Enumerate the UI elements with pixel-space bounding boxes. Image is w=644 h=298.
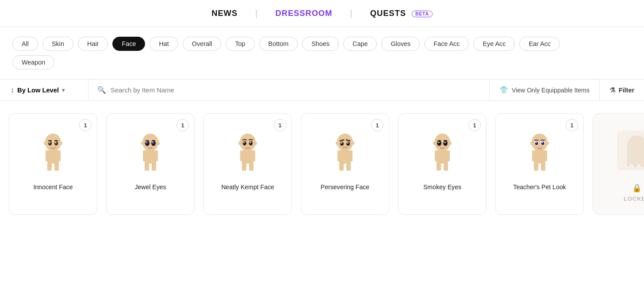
svg-rect-73 (532, 150, 537, 161)
svg-marker-90 (627, 161, 644, 168)
svg-point-8 (49, 141, 50, 144)
svg-point-28 (141, 141, 144, 145)
svg-point-47 (337, 134, 353, 151)
nav-quests[interactable]: QUESTS BETA (353, 8, 450, 18)
svg-point-12 (44, 141, 46, 145)
svg-point-25 (152, 141, 153, 142)
cat-shoes[interactable]: Shoes (302, 37, 339, 51)
cat-hair[interactable]: Hair (78, 37, 108, 51)
sort-label: By Low Level (17, 87, 59, 94)
svg-rect-75 (534, 163, 538, 171)
svg-rect-85 (540, 140, 545, 141)
svg-rect-60 (444, 163, 448, 171)
filter-label: Filter (619, 87, 634, 94)
cat-overall[interactable]: Overall (183, 37, 222, 51)
item-image (321, 122, 369, 179)
svg-rect-31 (240, 150, 245, 161)
svg-point-82 (536, 142, 537, 143)
svg-rect-57 (435, 150, 439, 161)
svg-point-70 (433, 141, 436, 145)
cat-gloves[interactable]: Gloves (381, 37, 420, 51)
items-grid: 1 (0, 101, 644, 227)
svg-point-86 (530, 141, 533, 145)
svg-rect-33 (242, 163, 246, 171)
beta-badge: BETA (412, 11, 433, 17)
cat-all[interactable]: All (12, 37, 38, 51)
search-wrap: 🔍 (88, 80, 490, 100)
item-card-teachers-pet-look[interactable]: 1 Teacher' (495, 113, 584, 215)
filter-button[interactable]: ⚗ Filter (600, 80, 644, 100)
nav-news[interactable]: NEWS (194, 8, 255, 18)
svg-rect-45 (339, 163, 344, 171)
sort-icon: ↕ (11, 86, 14, 94)
svg-point-83 (542, 142, 543, 143)
item-card-jewel-eyes[interactable]: 1 Jewel Eyes (106, 113, 195, 215)
item-name: Smokey Eyes (423, 183, 461, 191)
svg-rect-16 (153, 150, 158, 161)
cat-skin[interactable]: Skin (42, 37, 73, 51)
svg-point-54 (336, 141, 338, 145)
cat-face-acc[interactable]: Face Acc (424, 37, 469, 51)
item-name: Persevering Face (321, 183, 369, 191)
svg-point-24 (146, 141, 147, 142)
nav-dressroom[interactable]: DRESSROOM (257, 8, 350, 18)
level-badge: 1 (176, 119, 189, 131)
level-badge: 1 (79, 119, 92, 131)
svg-rect-4 (54, 163, 59, 171)
svg-point-65 (444, 141, 448, 146)
cat-hat[interactable]: Hat (150, 37, 178, 51)
cat-weapon[interactable]: Weapon (12, 55, 54, 69)
cat-bottom[interactable]: Bottom (259, 37, 298, 51)
svg-rect-1 (46, 150, 50, 161)
svg-rect-10 (48, 140, 52, 141)
item-card-innocent-face[interactable]: 1 (9, 113, 97, 215)
svg-point-51 (347, 142, 349, 144)
svg-rect-15 (143, 150, 147, 161)
cat-ear-acc[interactable]: Ear Acc (519, 37, 560, 51)
svg-rect-76 (541, 163, 545, 171)
svg-point-19 (142, 134, 158, 151)
cat-cape[interactable]: Cape (343, 37, 377, 51)
svg-point-13 (60, 141, 62, 145)
item-card-persevering-face[interactable]: 1 Persever (301, 113, 389, 215)
svg-rect-46 (346, 163, 351, 171)
level-badge: 1 (566, 119, 578, 131)
item-card-neatly-kempt-face[interactable]: 1 Neatly Kempt Face (203, 113, 292, 215)
svg-point-87 (546, 141, 549, 145)
item-name: Jewel Eyes (134, 183, 166, 191)
item-card-locked[interactable]: 2 🔒 LOCKED (593, 113, 644, 215)
cat-eye-acc[interactable]: Eye Acc (473, 37, 515, 51)
item-name: Innocent Face (33, 183, 73, 191)
svg-rect-18 (152, 163, 156, 171)
equip-filter-button[interactable]: 👕 View Only Equippable Items (490, 80, 600, 100)
svg-point-55 (352, 141, 354, 145)
toolbar-row: ↕ By Low Level ▾ 🔍 👕 View Only Equippabl… (0, 79, 644, 101)
svg-rect-68 (437, 140, 441, 141)
search-input[interactable] (111, 80, 480, 100)
item-name: Teacher's Pet Look (513, 183, 566, 191)
svg-rect-43 (337, 150, 342, 161)
svg-point-66 (438, 141, 440, 143)
item-name: Neatly Kempt Face (221, 183, 274, 191)
level-badge: 1 (371, 119, 383, 131)
category-row: All Skin Hair Face Hat Overall Top Botto… (0, 27, 644, 51)
svg-rect-58 (445, 150, 450, 161)
svg-rect-74 (543, 150, 547, 161)
svg-point-71 (449, 141, 452, 145)
svg-rect-17 (145, 163, 149, 171)
level-badge: 1 (468, 119, 481, 131)
cat-top[interactable]: Top (226, 37, 254, 51)
svg-point-67 (444, 141, 446, 143)
svg-rect-44 (348, 150, 353, 161)
svg-rect-27 (152, 140, 155, 141)
locked-text: LOCKED (624, 195, 644, 202)
svg-rect-3 (47, 163, 52, 171)
sort-button[interactable]: ↕ By Low Level ▾ (0, 80, 88, 100)
top-nav: NEWS | DRESSROOM | QUESTS BETA (0, 0, 644, 27)
svg-rect-11 (54, 140, 58, 141)
svg-rect-26 (146, 140, 149, 141)
cat-face[interactable]: Face (112, 37, 145, 51)
svg-rect-32 (251, 150, 255, 161)
item-card-smokey-eyes[interactable]: 1 Smokey E (398, 113, 487, 215)
svg-rect-34 (249, 163, 253, 171)
